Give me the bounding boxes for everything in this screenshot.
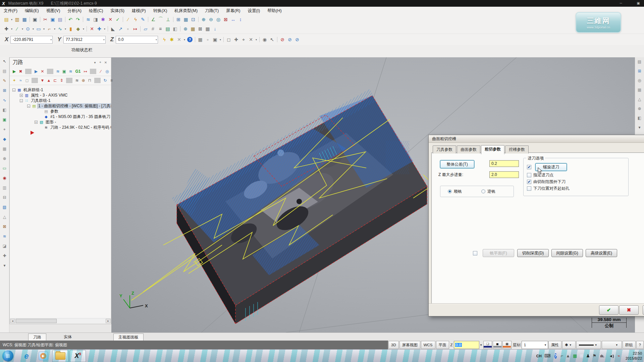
language-indicator[interactable]: CH xyxy=(536,354,542,358)
toolbar-icon[interactable]: ⊞ xyxy=(636,68,643,74)
toolbar-icon[interactable]: # xyxy=(149,25,157,32)
tab-toolpath[interactable]: 刀路 xyxy=(28,334,46,341)
toolbar-icon[interactable] xyxy=(65,17,65,22)
tree-item[interactable]: ◆ #1 - M35.00 圆鼻刀 - 35 圆鼻铣刀 xyxy=(10,114,111,119)
toolbar-icon[interactable]: ▮ xyxy=(67,25,74,32)
status-help-button[interactable]: ? xyxy=(636,341,644,349)
screen-view-button[interactable]: 屏幕视图 xyxy=(399,341,420,349)
line-width-dropdown[interactable]: ▼ xyxy=(602,341,622,349)
toolbar-icon[interactable]: ▤ xyxy=(3,16,10,23)
toolbar-icon[interactable]: ▾ xyxy=(183,36,186,43)
attributes-button[interactable]: 属性 xyxy=(548,341,561,349)
tray-icon[interactable]: ılı. xyxy=(599,353,605,359)
plane-button[interactable]: 平面 xyxy=(436,341,449,349)
toolbar-icon[interactable]: ▼ xyxy=(39,77,46,84)
tab-main-view-panel[interactable]: 主视图面板 xyxy=(113,334,144,341)
dialog-tab[interactable]: 刀具参数 xyxy=(433,145,456,154)
tray-icon[interactable]: ⌨ xyxy=(544,353,551,359)
menu-item[interactable]: 刀路(T) xyxy=(201,7,222,15)
chevron-down-icon[interactable]: ▾ xyxy=(156,38,157,41)
toolbar-icon[interactable]: ✚ xyxy=(3,25,10,32)
toolbar-icon[interactable]: ▫ xyxy=(124,25,131,32)
menu-item[interactable]: 绘图(C) xyxy=(85,7,107,15)
advanced-settings-button[interactable]: 高级设置(E) xyxy=(586,249,617,257)
toolbar-icon[interactable]: ▶ xyxy=(33,68,39,75)
toolbar-icon[interactable]: ↦ xyxy=(82,68,89,75)
toolbar-icon[interactable] xyxy=(173,17,173,22)
menu-item[interactable]: 分析(A) xyxy=(64,7,85,15)
toolbar-icon[interactable]: ↖ xyxy=(1,58,8,64)
toolbar-icon[interactable]: ≋ xyxy=(67,68,74,75)
dialog-tab[interactable]: 挖槽参数 xyxy=(505,145,529,154)
menu-item[interactable]: 建模(P) xyxy=(128,7,150,15)
toolbar-icon[interactable]: ▾ xyxy=(636,124,643,130)
toolbar-icon[interactable]: ▾ xyxy=(42,25,46,32)
toolbar-icon[interactable]: ✦ xyxy=(11,77,17,84)
toolbar-icon[interactable]: ⊕ xyxy=(182,25,189,32)
menu-item[interactable]: 设置(I) xyxy=(244,7,264,15)
toolbar-icon[interactable] xyxy=(148,17,148,22)
toolbar-icon[interactable] xyxy=(140,26,141,32)
toolbar-icon[interactable]: ▩ xyxy=(204,25,211,32)
toolbar-icon[interactable]: ◻ xyxy=(225,36,232,43)
toolbar-icon[interactable]: ▤ xyxy=(636,59,643,64)
z-depth-input[interactable]: 0.0 xyxy=(454,341,479,349)
toolbar-icon[interactable]: ▣ xyxy=(49,16,56,23)
point-style-dropdown[interactable]: ✱ ▼ xyxy=(562,341,576,349)
checkbox-icon[interactable]: ✔ xyxy=(527,186,531,191)
toolbar-icon[interactable]: ↻ xyxy=(102,77,108,84)
toolbar-icon[interactable]: ↗ xyxy=(117,25,124,32)
toolbar-icon[interactable]: ▭ xyxy=(1,165,8,171)
menu-item[interactable]: 帮助(H) xyxy=(264,7,285,15)
tray-icon[interactable]: ? xyxy=(554,353,557,359)
toolbar-icon[interactable]: ✓ xyxy=(114,16,121,23)
gap-settings-button[interactable]: 间隙设置(G) xyxy=(551,249,583,257)
tree-expander[interactable]: − xyxy=(12,88,15,92)
toolbar-icon[interactable]: ▾ xyxy=(53,25,56,32)
toolbar-icon[interactable]: ▾ xyxy=(10,16,13,23)
toolbar-icon[interactable]: ▱ xyxy=(142,25,149,32)
tray-icon[interactable]: ▲ xyxy=(566,353,570,359)
toolbar-icon[interactable]: ✕ xyxy=(247,36,255,43)
scroll-right-arrow[interactable]: ▸ xyxy=(106,319,111,323)
tree-expander[interactable]: − xyxy=(20,99,23,102)
toolbar-icon[interactable] xyxy=(195,37,195,42)
toolbar-icon[interactable]: ⊖ xyxy=(207,16,215,23)
toolbar-icon[interactable]: ◆ xyxy=(1,136,8,142)
toolbar-icon[interactable]: ▭ xyxy=(35,25,42,32)
toolbar-icon[interactable]: ▥ xyxy=(1,185,8,190)
toolbar-icon[interactable]: ✕ xyxy=(39,68,46,75)
toolbar-icon[interactable] xyxy=(277,37,277,42)
tree-expander[interactable]: − xyxy=(27,105,30,108)
toolbar-icon[interactable]: ▦ xyxy=(1,146,8,152)
toolbar-icon[interactable]: ⊠ xyxy=(222,16,229,23)
scrollbar-thumb[interactable] xyxy=(16,319,57,323)
toolbar-icon[interactable]: ∠ xyxy=(150,16,157,23)
toolbar-icon[interactable]: ⌖ xyxy=(240,36,247,43)
toolbar-icon[interactable]: ⊘ xyxy=(286,36,293,43)
checkbox-icon[interactable]: ✔ xyxy=(527,180,531,184)
toolbar-icon[interactable]: ◧ xyxy=(636,115,643,121)
toolbar-icon[interactable]: ◆ xyxy=(74,25,82,32)
chevron-down-icon[interactable]: ▼ xyxy=(543,344,548,347)
total-tolerance-button[interactable]: 整体公差(T) xyxy=(440,160,474,168)
machined-part[interactable] xyxy=(131,89,433,324)
toolbar-icon[interactable]: ◧ xyxy=(171,25,179,32)
toolbar-icon[interactable]: ✕ xyxy=(175,36,183,43)
toolbar-icon[interactable]: ◎ xyxy=(215,16,222,23)
toolbar-icon[interactable]: ✱ xyxy=(99,16,107,23)
toolbar-icon[interactable]: ◻ xyxy=(24,77,30,84)
toolbar-icon[interactable] xyxy=(40,17,40,22)
toolbar-icon[interactable]: ϟ xyxy=(132,16,139,23)
panel-horizontal-scrollbar[interactable]: ◂ ▸ xyxy=(10,318,111,323)
help-button[interactable] xyxy=(643,305,644,315)
toolbar-icon[interactable]: ▦ xyxy=(189,25,197,32)
toolbar-icon[interactable]: ◣ xyxy=(109,25,117,32)
toolbar-icon[interactable]: ⊓ xyxy=(87,77,93,84)
toolbar-icon[interactable]: ≋ xyxy=(74,77,80,84)
toolbar-icon[interactable]: ✚ xyxy=(96,25,103,32)
toolbar-icon[interactable]: ▤ xyxy=(56,16,64,23)
taskbar-explorer-button[interactable] xyxy=(52,350,68,362)
tolerance-input[interactable]: 0.2 xyxy=(489,160,519,167)
climb-milling-radio[interactable]: 顺铣 xyxy=(448,189,462,194)
